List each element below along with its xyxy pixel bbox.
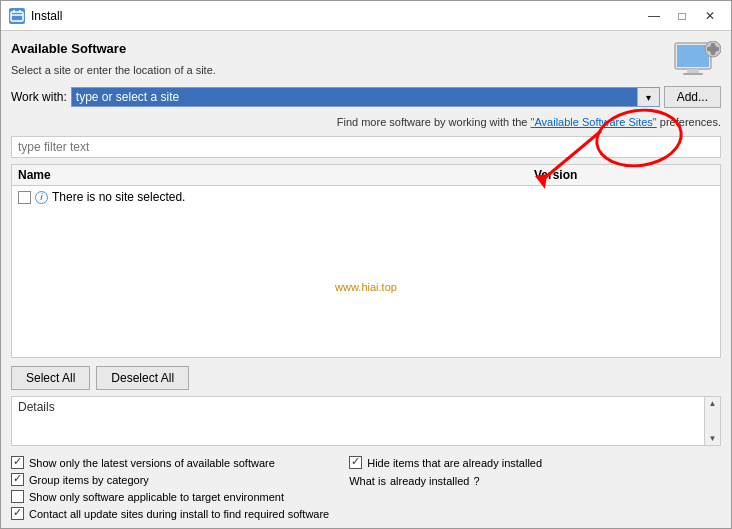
main-content: Available Software Select a site or ente…	[1, 31, 731, 528]
details-section: Details ▲ ▼	[11, 396, 721, 446]
svg-rect-13	[716, 47, 719, 51]
section-subtitle: Select a site or enter the location of a…	[11, 64, 721, 76]
section-title: Available Software	[11, 41, 721, 56]
info-icon: i	[35, 191, 48, 204]
column-version: Version	[534, 168, 714, 182]
computer-icon	[673, 41, 721, 81]
svg-rect-6	[687, 69, 699, 73]
checkbox-hide-installed: Hide items that are already installed	[349, 456, 542, 469]
already-installed-row: What is already installed ?	[349, 475, 542, 487]
close-button[interactable]: ✕	[697, 6, 723, 26]
target-env-label: Show only software applicable to target …	[29, 491, 284, 503]
svg-rect-7	[683, 73, 703, 75]
checkbox-contact-update-sites: Contact all update sites during install …	[11, 507, 329, 520]
scroll-down-arrow[interactable]: ▼	[707, 432, 719, 445]
info-row: Find more software by working with the "…	[11, 116, 721, 128]
work-with-input-container: ▾	[71, 87, 660, 107]
deselect-all-button[interactable]: Deselect All	[96, 366, 189, 390]
row-checkbox[interactable]	[18, 191, 31, 204]
scroll-up-arrow[interactable]: ▲	[707, 397, 719, 410]
work-with-label: Work with:	[11, 90, 67, 104]
hide-installed-label: Hide items that are already installed	[367, 457, 542, 469]
already-installed-link[interactable]: already installed	[390, 475, 470, 487]
group-by-category-label: Group items by category	[29, 474, 149, 486]
contact-update-sites-label: Contact all update sites during install …	[29, 508, 329, 520]
svg-point-9	[709, 45, 717, 53]
latest-versions-checkbox[interactable]	[11, 456, 24, 469]
window-icon	[9, 8, 25, 24]
info-suffix: preferences.	[660, 116, 721, 128]
left-checkbox-col: Show only the latest versions of availab…	[11, 456, 329, 520]
title-bar-left: Install	[9, 8, 62, 24]
table-row-cell: i There is no site selected.	[18, 190, 534, 204]
info-prefix: Find more software by working with the	[337, 116, 531, 128]
software-table: Name Version i There is no site selected…	[11, 164, 721, 358]
column-name: Name	[18, 168, 534, 182]
svg-rect-5	[677, 45, 709, 67]
svg-rect-0	[11, 12, 23, 21]
checkbox-group-by-category: Group items by category	[11, 473, 329, 486]
hide-installed-checkbox[interactable]	[349, 456, 362, 469]
install-window: Install — □ ✕ Available	[0, 0, 732, 529]
group-by-category-checkbox[interactable]	[11, 473, 24, 486]
select-all-button[interactable]: Select All	[11, 366, 90, 390]
maximize-button[interactable]: □	[669, 6, 695, 26]
target-env-checkbox[interactable]	[11, 490, 24, 503]
title-bar-controls: — □ ✕	[641, 6, 723, 26]
table-row: i There is no site selected.	[12, 186, 720, 208]
dropdown-button[interactable]: ▾	[637, 88, 659, 106]
svg-rect-10	[711, 43, 715, 46]
latest-versions-label: Show only the latest versions of availab…	[29, 457, 275, 469]
checkbox-target-env: Show only software applicable to target …	[11, 490, 329, 503]
contact-update-sites-checkbox[interactable]	[11, 507, 24, 520]
already-installed-prefix: What is	[349, 475, 386, 487]
work-with-row: Work with: ▾ Add...	[11, 86, 721, 108]
window-title: Install	[31, 9, 62, 23]
checkboxes-section: Show only the latest versions of availab…	[11, 456, 721, 520]
svg-rect-12	[707, 47, 710, 51]
row-name: There is no site selected.	[52, 190, 185, 204]
checkbox-latest-versions: Show only the latest versions of availab…	[11, 456, 329, 469]
bottom-buttons: Select All Deselect All	[11, 366, 721, 390]
already-installed-suffix: ?	[473, 475, 479, 487]
filter-input[interactable]	[11, 136, 721, 158]
minimize-button[interactable]: —	[641, 6, 667, 26]
right-checkbox-col: Hide items that are already installed Wh…	[349, 456, 542, 520]
table-header: Name Version	[12, 165, 720, 186]
details-scrollbar[interactable]: ▲ ▼	[704, 397, 720, 445]
work-with-input[interactable]	[72, 88, 637, 106]
title-bar: Install — □ ✕	[1, 1, 731, 31]
watermark: www.hiai.top	[335, 281, 397, 293]
available-software-sites-link[interactable]: "Available Software Sites"	[531, 116, 657, 128]
details-label: Details	[12, 397, 720, 417]
add-button[interactable]: Add...	[664, 86, 721, 108]
svg-rect-11	[711, 52, 715, 55]
